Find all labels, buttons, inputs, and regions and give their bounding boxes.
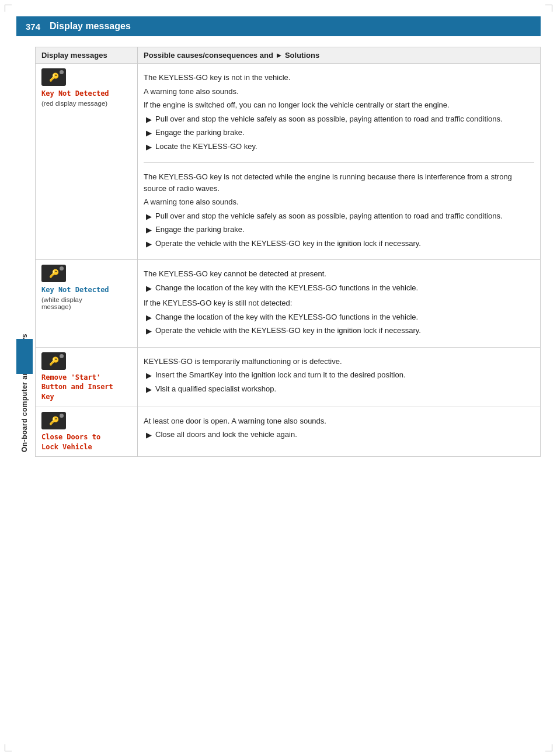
bullet-item-sec2a-0: ▶Change the location of the key with the… — [146, 282, 534, 294]
after-bullet-arrow-icon-sec2a-1: ▶ — [146, 325, 152, 337]
display-caption-row1: (red display message) — [41, 100, 131, 107]
section-separator-sec1b — [144, 162, 534, 163]
icon-dot-row4 — [60, 414, 64, 418]
bullet-item-sec3a-0: ▶Insert the SmartKey into the ignition l… — [146, 369, 534, 382]
intro-line-sec1a-2: If the engine is switched off, you can n… — [144, 99, 534, 111]
intro-line-sec2a-0: The KEYLESS-GO key cannot be detected at… — [144, 268, 534, 280]
bullet-item-sec4a-0: ▶Close all doors and lock the vehicle ag… — [146, 429, 534, 441]
intro-line-sec1a-0: The KEYLESS-GO key is not in the vehicle… — [144, 72, 534, 84]
bullet-text-sec1b-0: Pull over and stop the vehicle safely as… — [155, 210, 534, 222]
sidebar-label-container: On-board computer and displays — [16, 47, 33, 740]
corner-mark-tl — [5, 5, 12, 12]
bullet-text-sec3a-0: Insert the SmartKey into the ignition lo… — [155, 369, 534, 381]
bullet-text-sec2a-0: Change the location of the key with the … — [155, 282, 534, 294]
bullet-text-sec4a-0: Close all doors and lock the vehicle aga… — [155, 429, 534, 441]
key-icon-row4: 🔑 — [49, 416, 59, 425]
after-intro-sec2a: If the KEYLESS-GO key is still not detec… — [144, 297, 534, 309]
bullet-item-sec3a-1: ▶Visit a qualified specialist workshop. — [146, 383, 534, 396]
display-message-row4: Close Doors to Lock Vehicle — [41, 432, 131, 452]
table-row-row4: 🔑Close Doors to Lock VehicleAt least one… — [36, 407, 541, 457]
bullet-item-sec1a-0: ▶Pull over and stop the vehicle safely a… — [146, 113, 534, 126]
page-number: 374 — [26, 22, 40, 32]
section-sec3a: KEYLESS-GO is temporarily malfunctioning… — [144, 352, 534, 401]
col-header-causes: Possible causes/consequences and ► Solut… — [138, 47, 541, 64]
bullet-arrow-icon-sec3a-0: ▶ — [146, 370, 152, 382]
causes-cell-row2: The KEYLESS-GO key cannot be detected at… — [138, 260, 541, 348]
section-sec1a: The KEYLESS-GO key is not in the vehicle… — [144, 68, 534, 158]
display-messages-table: Display messages Possible causes/consequ… — [35, 47, 541, 457]
bullet-arrow-icon-sec1a-1: ▶ — [146, 127, 152, 139]
icon-dot-row2 — [60, 266, 64, 271]
after-bullet-item-sec2a-0: ▶Change the location of the key with the… — [146, 311, 534, 324]
causes-cell-row3: KEYLESS-GO is temporarily malfunctioning… — [138, 347, 541, 407]
table-row-row3: 🔑Remove 'Start' Button and Insert KeyKEY… — [36, 347, 541, 407]
after-bullet-text-sec2a-0: Change the location of the key with the … — [155, 311, 534, 323]
intro-line-sec1b-1: A warning tone also sounds. — [144, 196, 534, 208]
key-icon-row2: 🔑 — [49, 269, 59, 278]
intro-line-sec1b-0: The KEYLESS-GO key is not detected while… — [144, 171, 534, 194]
intro-line-sec4a-0: At least one door is open. A warning ton… — [144, 415, 534, 427]
display-icon-row3: 🔑 — [41, 352, 66, 370]
bullet-arrow-icon-sec1a-0: ▶ — [146, 114, 152, 126]
table-row-row1: 🔑Key Not Detected(red display message)Th… — [36, 64, 541, 260]
bullet-text-sec1b-1: Engage the parking brake. — [155, 224, 534, 235]
intro-line-sec1a-1: A warning tone also sounds. — [144, 86, 534, 98]
display-cell-row1: 🔑Key Not Detected(red display message) — [36, 64, 138, 260]
corner-mark-bl — [5, 744, 12, 751]
intro-line-sec3a-0: KEYLESS-GO is temporarily malfunctioning… — [144, 356, 534, 367]
sidebar-blue-accent — [16, 339, 33, 374]
section-sec1b: The KEYLESS-GO key is not detected while… — [144, 168, 534, 255]
display-icon-row1: 🔑 — [41, 68, 66, 86]
bullet-arrow-icon-sec1b-1: ▶ — [146, 224, 152, 236]
corner-mark-br — [545, 744, 552, 751]
after-bullet-item-sec2a-1: ▶Operate the vehicle with the KEYLESS-GO… — [146, 325, 534, 337]
after-bullet-arrow-icon-sec2a-0: ▶ — [146, 312, 152, 324]
icon-dot-row1 — [60, 70, 64, 74]
causes-cell-row1: The KEYLESS-GO key is not in the vehicle… — [138, 64, 541, 260]
bullet-arrow-icon-sec1b-2: ▶ — [146, 238, 152, 250]
display-message-row3: Remove 'Start' Button and Insert Key — [41, 373, 131, 402]
section-sec4a: At least one door is open. A warning ton… — [144, 412, 534, 446]
col-header-display: Display messages — [36, 47, 138, 64]
key-icon-row1: 🔑 — [49, 72, 59, 82]
header-bar: 374 Display messages — [16, 16, 541, 36]
display-message-row2: Key Not Detected — [41, 285, 131, 295]
icon-dot-row3 — [60, 354, 64, 358]
display-icon-row2: 🔑 — [41, 265, 66, 282]
bullet-arrow-icon-sec3a-1: ▶ — [146, 384, 152, 396]
bullet-arrow-icon-sec2a-0: ▶ — [146, 283, 152, 294]
bullet-item-sec1a-1: ▶Engage the parking brake. — [146, 127, 534, 139]
bullet-text-sec1b-2: Operate the vehicle with the KEYLESS-GO … — [155, 238, 534, 249]
table-row-row2: 🔑Key Not Detected(white display message)… — [36, 260, 541, 348]
bullet-text-sec1a-2: Locate the KEYLESS-GO key. — [155, 141, 534, 152]
bullet-item-sec1b-0: ▶Pull over and stop the vehicle safely a… — [146, 210, 534, 223]
bullet-text-sec1a-1: Engage the parking brake. — [155, 127, 534, 138]
after-bullet-text-sec2a-1: Operate the vehicle with the KEYLESS-GO … — [155, 325, 534, 337]
bullet-text-sec1a-0: Pull over and stop the vehicle safely as… — [155, 113, 534, 125]
display-cell-row4: 🔑Close Doors to Lock Vehicle — [36, 407, 138, 457]
bullet-arrow-icon-sec1a-2: ▶ — [146, 141, 152, 153]
bullet-item-sec1a-2: ▶Locate the KEYLESS-GO key. — [146, 141, 534, 153]
header-title: Display messages — [50, 21, 131, 32]
main-content: Display messages Possible causes/consequ… — [35, 47, 541, 457]
key-icon-row3: 🔑 — [49, 356, 59, 366]
bullet-arrow-icon-sec4a-0: ▶ — [146, 429, 152, 441]
display-icon-row4: 🔑 — [41, 412, 66, 429]
display-cell-row2: 🔑Key Not Detected(white display message) — [36, 260, 138, 348]
col2-header-text: Possible causes/consequences and ► Solut… — [144, 51, 319, 60]
causes-cell-row4: At least one door is open. A warning ton… — [138, 407, 541, 457]
display-message-row1: Key Not Detected — [41, 89, 131, 99]
section-sec2a: The KEYLESS-GO key cannot be detected at… — [144, 265, 534, 342]
display-cell-row3: 🔑Remove 'Start' Button and Insert Key — [36, 347, 138, 407]
corner-mark-tr — [545, 5, 552, 12]
display-caption-row2: (white display message) — [41, 296, 131, 310]
bullet-text-sec3a-1: Visit a qualified specialist workshop. — [155, 383, 534, 395]
bullet-item-sec1b-2: ▶Operate the vehicle with the KEYLESS-GO… — [146, 238, 534, 250]
bullet-item-sec1b-1: ▶Engage the parking brake. — [146, 224, 534, 236]
bullet-arrow-icon-sec1b-0: ▶ — [146, 211, 152, 223]
